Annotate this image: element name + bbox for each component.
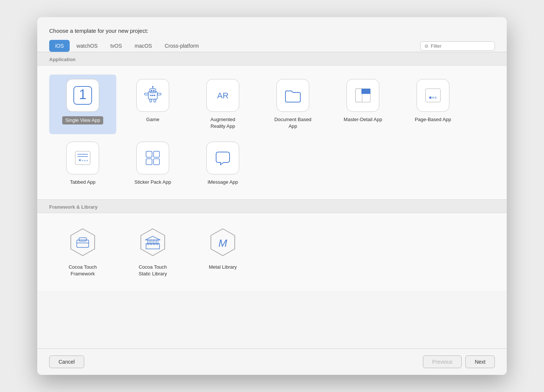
single-view-app-icon: 1 <box>72 85 93 106</box>
template-single-view-app[interactable]: 1 Single View App <box>49 75 116 134</box>
imessage-app-icon <box>212 148 233 168</box>
svg-point-27 <box>82 160 83 161</box>
document-based-app-label: Document BasedApp <box>274 116 311 130</box>
previous-button[interactable]: Previous <box>423 355 462 368</box>
footer: Cancel Previous Next <box>37 348 507 375</box>
tab-watchos[interactable]: watchOS <box>70 40 104 52</box>
template-metal-library[interactable]: M Metal Library <box>189 222 256 282</box>
svg-text:★: ★ <box>78 158 82 162</box>
template-page-based-app[interactable]: Page-Based App <box>399 75 466 134</box>
filter-icon: ⊜ <box>424 43 428 49</box>
template-master-detail-app[interactable]: Master-Detail App <box>329 75 396 134</box>
svg-point-5 <box>153 90 155 91</box>
tabbed-app-icon-box: ★ <box>66 142 99 174</box>
svg-rect-11 <box>157 93 161 95</box>
template-document-based-app[interactable]: Document BasedApp <box>259 75 326 134</box>
application-grid: 1 Single View App <box>37 66 507 199</box>
single-view-app-icon-box: 1 <box>66 79 99 112</box>
document-based-app-icon <box>282 85 303 106</box>
svg-rect-32 <box>146 159 152 165</box>
svg-rect-9 <box>154 99 156 102</box>
sticker-pack-app-icon-box <box>136 142 169 174</box>
template-tabbed-app[interactable]: ★ Tabbed App <box>49 137 116 190</box>
svg-marker-34 <box>71 229 95 256</box>
svg-point-22 <box>434 97 437 99</box>
filter-box: ⊜ <box>420 41 495 51</box>
content-area: Application 1 Single View App <box>37 52 507 348</box>
svg-point-12 <box>150 95 152 96</box>
svg-rect-10 <box>145 93 148 95</box>
svg-text:AR: AR <box>217 91 229 100</box>
tab-cross-platform[interactable]: Cross-platform <box>159 40 205 52</box>
filter-input[interactable] <box>431 43 491 49</box>
svg-text:1: 1 <box>79 87 86 102</box>
imessage-app-icon-box <box>206 142 239 174</box>
ar-app-label: AugmentedReality App <box>211 116 235 130</box>
svg-point-7 <box>152 86 154 88</box>
master-detail-app-icon-box <box>347 79 379 112</box>
svg-point-29 <box>86 160 88 161</box>
master-detail-app-icon <box>352 85 373 106</box>
metal-library-label: Metal Library <box>209 264 237 271</box>
single-view-app-label: Single View App <box>62 116 103 124</box>
svg-point-20 <box>429 97 431 99</box>
game-label: Game <box>146 116 159 123</box>
cocoa-touch-framework-icon <box>66 227 99 259</box>
ar-app-icon-box: AR <box>206 79 239 112</box>
svg-rect-8 <box>150 99 152 102</box>
ar-app-icon: AR <box>212 85 233 106</box>
framework-library-grid: Cocoa TouchFramework <box>37 213 507 291</box>
tab-macos[interactable]: macOS <box>129 40 158 52</box>
tabs-bar: iOS watchOS tvOS macOS Cross-platform ⊜ <box>37 40 507 52</box>
cocoa-touch-framework-label: Cocoa TouchFramework <box>69 264 97 277</box>
game-icon-box <box>136 79 169 112</box>
template-sticker-pack-app[interactable]: Sticker Pack App <box>119 137 186 190</box>
section-header-application: Application <box>37 52 507 66</box>
tab-tvos[interactable]: tvOS <box>104 40 128 52</box>
page-based-app-label: Page-Based App <box>415 116 451 123</box>
svg-point-13 <box>152 95 154 96</box>
sticker-pack-app-icon <box>142 148 163 168</box>
svg-rect-3 <box>150 89 156 93</box>
template-cocoa-touch-framework[interactable]: Cocoa TouchFramework <box>49 222 116 282</box>
svg-rect-36 <box>79 238 86 241</box>
svg-rect-23 <box>75 151 90 165</box>
next-button[interactable]: Next <box>465 355 495 368</box>
svg-rect-19 <box>426 89 440 102</box>
tab-ios[interactable]: iOS <box>49 40 70 52</box>
page-based-app-icon <box>423 85 443 106</box>
svg-rect-31 <box>154 151 159 157</box>
navigation-buttons: Previous Next <box>423 355 495 368</box>
svg-point-14 <box>154 95 155 96</box>
svg-rect-33 <box>154 159 159 165</box>
tabbed-app-label: Tabbed App <box>70 179 96 186</box>
svg-rect-17 <box>355 89 362 102</box>
dialog-title: Choose a template for your new project: <box>37 17 507 40</box>
svg-marker-45 <box>145 236 160 240</box>
sticker-pack-app-label: Sticker Pack App <box>135 179 171 186</box>
document-based-app-icon-box <box>276 79 309 112</box>
page-based-app-icon-box <box>417 79 449 112</box>
svg-point-28 <box>84 160 86 161</box>
svg-text:M: M <box>218 237 227 249</box>
imessage-app-label: iMessage App <box>208 179 238 186</box>
template-imessage-app[interactable]: iMessage App <box>189 137 256 190</box>
template-ar-app[interactable]: AR AugmentedReality App <box>189 75 256 134</box>
template-game[interactable]: Game <box>119 75 186 134</box>
template-cocoa-touch-static-library[interactable]: Cocoa TouchStatic Library <box>119 222 186 282</box>
metal-library-icon: M <box>206 227 239 259</box>
cocoa-touch-static-library-label: Cocoa TouchStatic Library <box>139 264 167 277</box>
svg-marker-38 <box>141 229 165 256</box>
svg-point-21 <box>432 97 434 99</box>
tabbed-app-icon: ★ <box>72 148 93 168</box>
section-header-framework-library: Framework & Library <box>37 199 507 213</box>
svg-point-4 <box>151 90 152 91</box>
cancel-button[interactable]: Cancel <box>49 355 84 368</box>
cocoa-touch-static-library-icon <box>136 227 169 259</box>
new-project-dialog: Choose a template for your new project: … <box>37 17 507 375</box>
game-icon <box>142 85 163 106</box>
svg-rect-18 <box>361 89 370 94</box>
master-detail-app-label: Master-Detail App <box>344 116 382 123</box>
svg-rect-30 <box>146 151 152 157</box>
